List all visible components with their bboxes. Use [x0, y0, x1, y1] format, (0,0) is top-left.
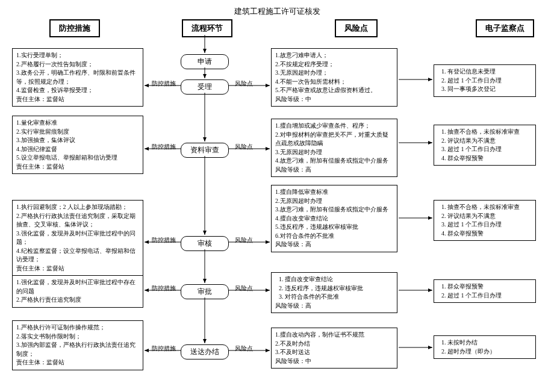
text-line: 责任主体：监督站 [16, 358, 139, 367]
list-item: 超时办理（即办） [447, 347, 532, 356]
label-risk-4: 风险点 [235, 284, 253, 293]
text-line: 5.设立举报电话、举报邮箱和信访受理 [16, 154, 139, 163]
text-line: 2.严格履行一次性告知制度； [16, 60, 139, 69]
label-risk-3: 风险点 [235, 236, 253, 244]
text-line: 风险等级：高 [275, 166, 393, 175]
text-line: 2.严格执行行政执法责任追究制度，采取定期抽查、交叉审核、集体评议； [16, 212, 139, 229]
text-line: 1.量化审查标准 [16, 119, 139, 128]
monitor-box-5: 未按时办结超时办理（即办） [434, 335, 536, 359]
text-line: 风险等级：高 [275, 240, 393, 249]
text-line: 1.擅自改动内容，制作证书不规范 [275, 331, 393, 340]
text-line: 4.不能一次告知所需材料； [275, 78, 393, 87]
header-prevention: 防控措施 [49, 19, 100, 37]
text-line: 3.无原因超时办理； [275, 69, 393, 78]
node-deliver: 送达办结 [181, 344, 229, 359]
text-line: 2.无原因超时办理 [275, 197, 393, 206]
node-apply: 申请 [181, 54, 229, 69]
flowchart: 防控措施 流程环节 风险点 电子监察点 申请 受理 资料审查 审核 审批 送达办… [12, 19, 542, 387]
prevention-box-4: 1.强化监督，发现并及时纠正审批过程中存在的问题2.严格执行责任追究制度 [12, 275, 143, 308]
text-line: 3.加强内部监督，严格执行行政执法责任追究制度； [16, 341, 139, 358]
list-item: 有登记信息未受理 [447, 67, 532, 76]
text-line: 3.无原因超时办理 [275, 148, 393, 157]
text-line: 1.擅自降低审查标准 [275, 188, 393, 197]
text-line: 1.实行受理单制； [16, 51, 139, 60]
text-line: 2.不按规定程序受理； [275, 60, 393, 69]
text-line: 4.故意刁难，附加有偿服务或指定中介服务 [275, 157, 393, 166]
text-line: 3.强化监督，发现并及时纠正审批过程中的问题； [16, 229, 139, 247]
text-line: 1.故意刁难申请人； [275, 51, 393, 60]
list-item: 擅自改变审查结论 [285, 275, 393, 284]
list-item: 违反程序，违规越权审核审批 [285, 284, 393, 293]
monitor-box-4: 群众举报预警超过 1 个工作日办理 [434, 279, 536, 303]
header-monitor: 电子监察点 [476, 19, 534, 37]
list-item: 超过 1 个工作日办理 [447, 220, 532, 229]
node-material: 资料审查 [181, 143, 229, 158]
text-line: 3.加强抽查，集体评议 [16, 136, 139, 145]
list-item: 超过 1 个工作日办理 [447, 145, 532, 154]
risk-box-4: 擅自改变审查结论违反程序，违规越权审核审批对符合条件的不批准 风险等级：高 [271, 272, 397, 313]
label-prev-2: 防控措施 [152, 143, 176, 151]
label-prev-5: 防控措施 [152, 344, 176, 353]
label-prev-4: 防控措施 [152, 284, 176, 293]
risk-box-2: 1.擅自增加或减少审查条件、程序；2.对申报材料的审查把关不严，对重大质疑点疏忽… [271, 119, 397, 177]
text-line: 4.监督检查，投诉举报受理； [16, 86, 139, 95]
text-line: 2.不及时办结 [275, 340, 393, 349]
text-line: 2.严格执行责任追究制度 [16, 296, 139, 305]
risk-4-list: 擅自改变审查结论违反程序，违规越权审核审批对符合条件的不批准 [275, 275, 393, 302]
risk-4-level: 风险等级：高 [275, 302, 393, 311]
list-item: 超过 1 个工作日办理 [447, 291, 532, 300]
label-risk-2: 风险点 [235, 143, 253, 151]
list-item: 同一事项多次登记 [447, 85, 532, 94]
text-line: 2.对申报材料的审查把关不严，对重大质疑点疏忽或故障隐瞒 [275, 131, 393, 148]
header-risk: 风险点 [335, 19, 378, 37]
list-item: 抽查不合格，未按标准审查 [447, 128, 532, 137]
risk-box-1: 1.故意刁难申请人；2.不按规定程序受理；3.无原因超时办理；4.不能一次告知所… [271, 48, 397, 107]
risk-box-5: 1.擅自改动内容，制作证书不规范2.不及时办结3.不及时送达风险等级：中 [271, 328, 397, 369]
text-line: 风险等级：中 [275, 357, 393, 366]
text-line: 1.严格执行许可证制作操作规范； [16, 323, 139, 332]
text-line: 3.故意刁难，附加有偿服务或指定中介服务 [275, 205, 393, 214]
monitor-box-1: 有登记信息未受理超过 1 个工作日办理同一事项多次登记 [434, 64, 536, 97]
text-line: 责任主体：监督站 [16, 163, 139, 172]
text-line: 4.纪检监察监督；设立举报电话、举报箱和信访受理； [16, 247, 139, 264]
label-prev-3: 防控措施 [152, 236, 176, 244]
list-item: 抽查不合格，未按标准审查 [447, 203, 532, 212]
text-line: 4.擅自改变审查结论 [275, 214, 393, 223]
prevention-box-2: 1.量化审查标准2.实行审批留痕制度3.加强抽查，集体评议4.加强纪律监督5.设… [12, 116, 143, 174]
text-line: 风险等级：中 [275, 95, 393, 104]
text-line: 2.落实文书制作限时制； [16, 332, 139, 341]
text-line: 1.强化监督，发现并及时纠正审批过程中存在的问题 [16, 278, 139, 296]
page-title: 建筑工程施工许可证核发 [12, 6, 542, 17]
text-line: 5.违反程序，违规越权审核审批 [275, 223, 393, 232]
list-item: 群众举报预警 [447, 282, 532, 291]
label-prev-1: 防控措施 [152, 79, 176, 88]
node-approve: 审批 [181, 284, 229, 299]
monitor-box-3: 抽查不合格，未按标准审查评议结果为不满意超过 1 个工作日办理群众举报预警 [434, 200, 536, 241]
list-item: 评议结果为不满意 [447, 212, 532, 221]
text-line: 3.政务公开，明确工作程序、时限和前置条件等，按照规定办理； [16, 69, 139, 86]
text-line: 责任主体：监督站 [16, 95, 139, 104]
text-line: 4.加强纪律监督 [16, 145, 139, 154]
node-review: 审核 [181, 236, 229, 251]
list-item: 群众举报预警 [447, 229, 532, 238]
text-line: 2.实行审批留痕制度 [16, 128, 139, 137]
list-item: 对符合条件的不批准 [285, 293, 393, 302]
label-risk-5: 风险点 [235, 344, 253, 353]
prevention-box-3: 1.执行回避制度；2 人以上参加现场踏勘；2.严格执行行政执法责任追究制度，采取… [12, 200, 143, 276]
label-risk-1: 风险点 [235, 79, 253, 88]
text-line: 3.不及时送达 [275, 348, 393, 357]
header-process: 流程环节 [182, 19, 232, 37]
text-line: 6.对符合条件的不批准 [275, 232, 393, 241]
monitor-box-2: 抽查不合格，未按标准审查评议结果为不满意超过 1 个工作日办理群众举报预警 [434, 125, 536, 166]
text-line: 1.擅自增加或减少审查条件、程序； [275, 122, 393, 131]
text-line: 责任主体：监督站 [16, 264, 139, 273]
risk-box-3: 1.擅自降低审查标准2.无原因超时办理3.故意刁难，附加有偿服务或指定中介服务4… [271, 185, 397, 252]
prevention-box-1: 1.实行受理单制；2.严格履行一次性告知制度；3.政务公开，明确工作程序、时限和… [12, 48, 143, 107]
text-line: 1.执行回避制度；2 人以上参加现场踏勘； [16, 203, 139, 212]
list-item: 超过 1 个工作日办理 [447, 76, 532, 86]
text-line: 5.不严格审查或故意让虚假资料通过。 [275, 86, 393, 95]
prevention-box-5: 1.严格执行许可证制作操作规范；2.落实文书制作限时制；3.加强内部监督，严格执… [12, 320, 143, 370]
list-item: 未按时办结 [447, 338, 532, 347]
list-item: 评议结果为不满意 [447, 137, 532, 146]
list-item: 群众举报预警 [447, 154, 532, 163]
